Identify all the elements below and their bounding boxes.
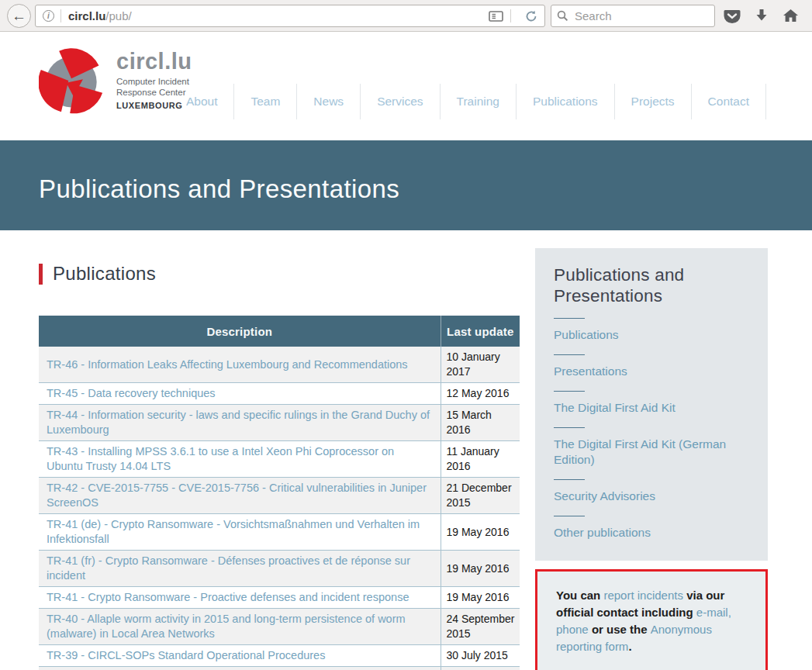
red-accent-bar: [39, 264, 43, 285]
publication-link[interactable]: TR-43 - Installing MPSS 3.6.1 to use a I…: [47, 445, 394, 472]
circl-logo-icon[interactable]: [39, 47, 104, 115]
browser-toolbar: ← i circl.lu/pub/: [0, 0, 812, 32]
notice-text: You can report incidents via our officia…: [556, 587, 747, 655]
page-title: Publications and Presentations: [0, 167, 399, 204]
table-row: TR-39 - CIRCL-SOPs Standard Operational …: [39, 645, 520, 667]
description-cell: TR-43 - Installing MPSS 3.6.1 to use a I…: [39, 441, 441, 478]
nav-item-publications[interactable]: Publications: [517, 84, 615, 119]
main-nav-list: AboutTeamNewsServicesTrainingPublication…: [170, 84, 766, 119]
sidebar-link[interactable]: Other publications: [554, 525, 749, 540]
col-header-last-update: Last update: [441, 316, 520, 347]
sidebar-nav-box: Publications and Presentations Publicati…: [535, 248, 768, 561]
sidebar-link-item: Presentations: [554, 354, 749, 379]
publication-link[interactable]: TR-44 - Information security - laws and …: [47, 409, 430, 436]
publications-section-head: Publications: [39, 263, 156, 285]
nav-item-training[interactable]: Training: [441, 84, 517, 119]
last-update-cell: 19 May 2016: [441, 587, 520, 609]
sidebar-link[interactable]: The Digital First Aid Kit (German Editio…: [554, 437, 749, 468]
last-update-cell: 30 July 2015: [441, 645, 520, 667]
publication-link[interactable]: TR-42 - CVE-2015-7755 - CVE-2015-7756 - …: [47, 482, 427, 509]
sidebar-link[interactable]: Publications: [554, 327, 749, 343]
description-cell: TR-42 - CVE-2015-7755 - CVE-2015-7756 - …: [39, 478, 441, 514]
url-separator: [60, 9, 61, 22]
description-cell: TR-45 - Data recovery techniques: [39, 383, 441, 405]
publications-table-body: TR-46 - Information Leaks Affecting Luxe…: [39, 347, 520, 670]
description-cell: TR-39 - CIRCL-SOPs Standard Operational …: [39, 645, 441, 667]
pocket-icon[interactable]: [723, 7, 741, 29]
last-update-cell: 11 January 2016: [441, 441, 520, 478]
table-row: TR-38 - Attacks targeting enterprise ban…: [39, 667, 520, 670]
back-button[interactable]: ←: [7, 4, 31, 28]
last-update-cell: 21 December 2015: [441, 478, 520, 514]
last-update-cell: 24 September 2015: [441, 609, 520, 645]
publication-link[interactable]: TR-39 - CIRCL-SOPs Standard Operational …: [47, 649, 325, 661]
table-header-row: Description Last update: [39, 316, 520, 347]
search-input[interactable]: [551, 5, 715, 27]
download-icon[interactable]: [753, 7, 770, 27]
sidebar-link[interactable]: Presentations: [554, 364, 749, 379]
sidebar-divider: [554, 427, 585, 428]
description-cell: TR-41 (fr) - Crypto Ransomware - Défense…: [39, 551, 441, 587]
description-cell: TR-41 - Crypto Ransomware - Proactive de…: [39, 587, 441, 609]
page-info-icon[interactable]: i: [43, 10, 54, 22]
sidebar-divider: [554, 354, 585, 355]
publication-link[interactable]: TR-41 (de) - Crypto Ransomware - Vorsich…: [47, 518, 420, 545]
search-icon: [557, 10, 568, 25]
nav-item-team[interactable]: Team: [234, 84, 297, 119]
description-cell: TR-38 - Attacks targeting enterprise ban…: [39, 667, 441, 670]
sidebar: Publications and Presentations Publicati…: [535, 248, 768, 670]
sidebar-divider: [554, 479, 585, 480]
site-header: circl.lu Computer Incident Response Cent…: [0, 32, 812, 140]
table-row: TR-43 - Installing MPSS 3.6.1 to use a I…: [39, 441, 520, 478]
nav-item-about[interactable]: About: [170, 84, 235, 119]
hero-banner: Publications and Presentations: [0, 140, 812, 230]
sidebar-link[interactable]: Security Advisories: [554, 489, 749, 504]
last-update-cell: 19 May 2016: [441, 514, 520, 551]
description-cell: TR-41 (de) - Crypto Ransomware - Vorsich…: [39, 514, 441, 551]
main-nav: AboutTeamNewsServicesTrainingPublication…: [170, 84, 766, 119]
url-host: circl.lu: [68, 9, 105, 22]
sidebar-divider: [554, 318, 585, 319]
report-incident-notice: You can report incidents via our officia…: [535, 569, 768, 670]
publication-link[interactable]: TR-46 - Information Leaks Affecting Luxe…: [47, 358, 408, 371]
section-title: Publications: [53, 263, 156, 285]
page: ← i circl.lu/pub/: [0, 0, 812, 670]
publication-link[interactable]: TR-41 (fr) - Crypto Ransomware - Défense…: [47, 554, 410, 582]
table-row: TR-45 - Data recovery techniques12 May 2…: [39, 383, 520, 405]
url-bar[interactable]: i circl.lu/pub/: [35, 5, 545, 27]
table-row: TR-42 - CVE-2015-7755 - CVE-2015-7756 - …: [39, 478, 520, 514]
sidebar-link-item: The Digital First Aid Kit (German Editio…: [554, 427, 749, 468]
sidebar-divider: [554, 391, 585, 392]
browser-search: [551, 5, 715, 27]
nav-item-projects[interactable]: Projects: [615, 84, 692, 119]
sidebar-link-item: Security Advisories: [554, 479, 749, 504]
description-cell: TR-46 - Information Leaks Affecting Luxe…: [39, 347, 441, 383]
last-update-cell: 10 January 2017: [441, 347, 520, 383]
sidebar-links-list: PublicationsPresentationsThe Digital Fir…: [554, 318, 749, 540]
table-row: TR-46 - Information Leaks Affecting Luxe…: [39, 347, 520, 383]
nav-item-contact[interactable]: Contact: [692, 84, 766, 119]
reader-view-icon[interactable]: [482, 11, 510, 22]
table-row: TR-41 (fr) - Crypto Ransomware - Défense…: [39, 551, 520, 587]
report-incidents-link[interactable]: report incidents: [603, 589, 683, 602]
sidebar-link[interactable]: The Digital First Aid Kit: [554, 400, 749, 416]
sidebar-divider: [554, 516, 585, 516]
publication-link[interactable]: TR-40 - Allaple worm activity in 2015 an…: [47, 613, 406, 640]
toolbar-separator: [510, 9, 511, 22]
last-update-cell: 19 May 2016: [441, 551, 520, 587]
description-cell: TR-40 - Allaple worm activity in 2015 an…: [39, 609, 441, 645]
refresh-icon[interactable]: [518, 10, 544, 22]
last-update-cell: 18 May 2015: [441, 667, 520, 670]
last-update-cell: 15 March 2016: [441, 405, 520, 441]
home-icon[interactable]: [782, 7, 800, 27]
nav-item-services[interactable]: Services: [361, 84, 440, 119]
table-row: TR-41 (de) - Crypto Ransomware - Vorsich…: [39, 514, 520, 551]
table-row: TR-40 - Allaple worm activity in 2015 an…: [39, 609, 520, 645]
publication-link[interactable]: TR-41 - Crypto Ransomware - Proactive de…: [47, 591, 409, 603]
publication-link[interactable]: TR-45 - Data recovery techniques: [47, 387, 216, 399]
sidebar-title: Publications and Presentations: [554, 265, 749, 306]
nav-item-news[interactable]: News: [297, 84, 361, 119]
table-row: TR-44 - Information security - laws and …: [39, 405, 520, 441]
publications-table: Description Last update TR-46 - Informat…: [39, 316, 520, 670]
url-path: /pub/: [105, 9, 131, 22]
